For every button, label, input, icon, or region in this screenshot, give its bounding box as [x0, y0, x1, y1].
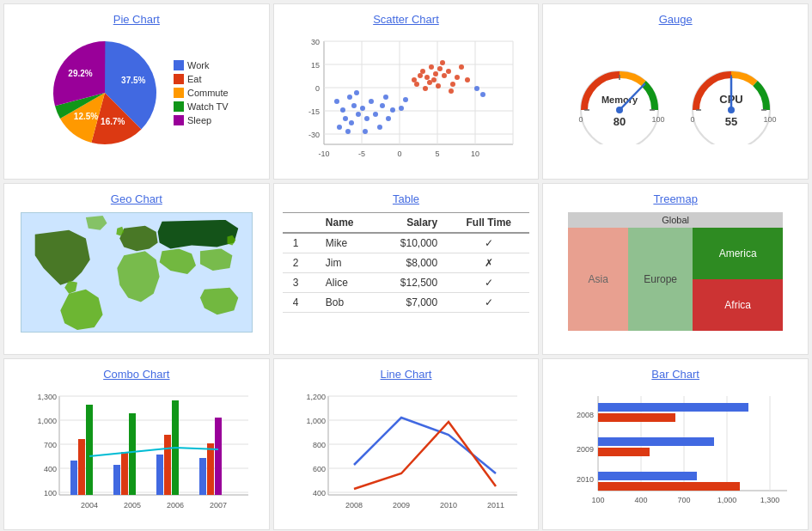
svg-rect-150	[598, 413, 675, 422]
line-chart-title[interactable]: Line Chart	[381, 368, 432, 381]
svg-text:2004: 2004	[81, 501, 98, 510]
data-table: Name Salary Full Time 1 Mike $10,000 ✓ 2…	[283, 212, 530, 313]
table-card: Table Name Salary Full Time 1 Mike $10,0…	[273, 183, 540, 355]
table-title[interactable]: Table	[393, 192, 419, 205]
legend-watchtv-label: Watch TV	[187, 101, 229, 112]
legend-commute: Commute	[174, 88, 229, 98]
svg-point-31	[427, 80, 432, 85]
table-cell-salary: $8,000	[375, 253, 448, 273]
svg-point-40	[455, 75, 460, 80]
bar-chart-title[interactable]: Bar Chart	[651, 368, 699, 381]
svg-rect-106	[70, 461, 77, 495]
pie-legend: Work Eat Commute Watch TV Sleep	[174, 60, 229, 125]
table-cell-salary: $12,500	[375, 273, 448, 293]
svg-point-89	[728, 107, 735, 113]
treemap-africa: Africa	[693, 279, 783, 331]
pie-chart-title[interactable]: Pie Chart	[113, 13, 160, 26]
svg-text:-10: -10	[319, 150, 330, 158]
svg-text:80: 80	[614, 115, 626, 128]
treemap-europe: Europe	[628, 228, 693, 331]
svg-text:100: 100	[764, 115, 777, 124]
table-cell-name: Bob	[315, 293, 376, 313]
svg-text:5: 5	[436, 150, 440, 158]
svg-text:2006: 2006	[167, 501, 184, 510]
svg-rect-113	[164, 435, 171, 495]
memory-gauge-svg: 0 100 Memory 80	[572, 58, 667, 144]
svg-text:55: 55	[725, 115, 737, 128]
svg-point-45	[436, 83, 441, 88]
legend-eat-color	[174, 74, 184, 84]
svg-text:12.5%: 12.5%	[74, 112, 98, 121]
svg-rect-108	[86, 405, 93, 495]
svg-rect-112	[156, 455, 163, 495]
legend-sleep-color	[174, 115, 184, 125]
svg-text:1,000: 1,000	[307, 417, 327, 425]
svg-point-26	[412, 77, 417, 82]
geo-chart-title[interactable]: Geo Chart	[111, 192, 162, 205]
svg-text:1,300: 1,300	[37, 393, 57, 401]
table-header-fulltime: Full Time	[448, 213, 529, 234]
svg-point-60	[390, 107, 395, 113]
legend-commute-label: Commute	[187, 88, 229, 98]
svg-text:2009: 2009	[393, 501, 410, 510]
svg-point-49	[343, 116, 348, 121]
svg-text:0: 0	[315, 84, 320, 93]
svg-text:600: 600	[313, 465, 326, 473]
svg-point-67	[403, 97, 408, 102]
svg-point-53	[349, 120, 354, 125]
legend-watchtv: Watch TV	[174, 101, 229, 112]
svg-point-57	[373, 112, 378, 117]
svg-text:700: 700	[678, 496, 691, 504]
svg-point-35	[431, 77, 437, 82]
svg-rect-115	[199, 458, 206, 495]
svg-text:700: 700	[44, 441, 57, 449]
table-cell-name: Mike	[315, 233, 376, 253]
svg-rect-109	[113, 465, 120, 495]
combo-chart-title[interactable]: Combo Chart	[103, 368, 169, 381]
svg-point-52	[337, 125, 342, 130]
svg-text:2010: 2010	[440, 501, 457, 510]
svg-point-65	[345, 129, 351, 134]
svg-rect-111	[129, 413, 136, 495]
svg-point-42	[449, 88, 454, 94]
svg-rect-154	[598, 482, 740, 491]
svg-rect-116	[207, 443, 214, 495]
cpu-gauge: 0 100 CPU 55	[684, 58, 778, 144]
line-chart-svg: 1,200 1,000 800 600 400 2008 2009 2010 2…	[290, 388, 522, 521]
table-cell-fulltime: ✗	[448, 253, 529, 273]
svg-text:2005: 2005	[124, 501, 141, 510]
scatter-chart-title[interactable]: Scatter Chart	[373, 13, 439, 26]
pie-chart-card: Pie Chart 37.5%16.7%12.5%29.2% placehold…	[3, 3, 270, 180]
svg-text:800: 800	[313, 441, 326, 449]
svg-text:100: 100	[652, 115, 665, 124]
combo-chart-card: Combo Chart 1,300 1,000 700 400 100 2004…	[3, 358, 270, 530]
table-cell-fulltime: ✓	[448, 293, 529, 313]
svg-text:2007: 2007	[210, 501, 227, 510]
table-header-num	[283, 213, 315, 234]
svg-rect-151	[598, 437, 714, 446]
svg-point-48	[347, 95, 352, 100]
svg-point-79	[616, 107, 623, 113]
table-row: 2 Jim $8,000 ✗	[283, 253, 530, 273]
table-cell-num: 2	[283, 253, 315, 273]
treemap-right-col: America Africa	[693, 228, 783, 331]
svg-point-56	[369, 99, 374, 104]
table-row: 3 Alice $12,500 ✓	[283, 273, 530, 293]
svg-text:2010: 2010	[577, 475, 594, 484]
legend-eat-label: Eat	[187, 74, 202, 84]
memory-gauge: 0 100 Memory 80	[572, 58, 667, 144]
treemap-title[interactable]: Treemap	[653, 192, 698, 205]
svg-point-59	[386, 116, 391, 121]
svg-text:10: 10	[471, 150, 479, 158]
svg-rect-153	[598, 472, 697, 480]
gauge-title[interactable]: Gauge	[659, 13, 693, 26]
legend-commute-color	[174, 88, 184, 98]
svg-point-33	[423, 86, 428, 91]
svg-text:15: 15	[311, 61, 320, 70]
treemap-america: America	[693, 228, 783, 279]
table-cell-fulltime: ✓	[448, 233, 529, 253]
svg-point-34	[437, 66, 443, 71]
table-cell-num: 1	[283, 233, 315, 253]
svg-point-30	[420, 69, 425, 74]
svg-point-51	[356, 112, 361, 117]
